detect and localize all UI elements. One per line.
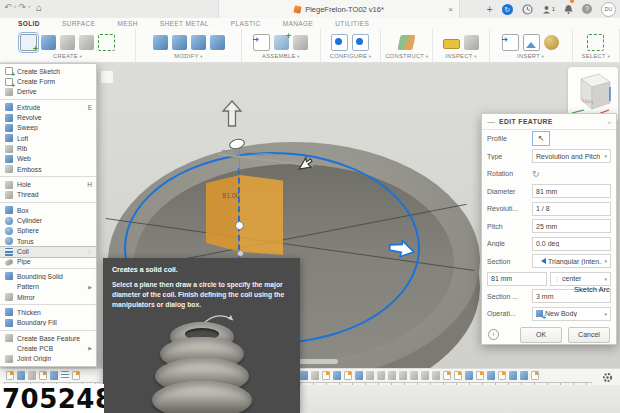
menu-item[interactable]: [0, 176, 96, 177]
timeline-feature-gray-icon[interactable]: [28, 371, 36, 380]
type-dropdown[interactable]: Revolution and Pitch: [532, 149, 611, 163]
help-icon[interactable]: ?: [582, 4, 592, 14]
cancel-button[interactable]: Cancel: [568, 327, 610, 343]
pitch-input[interactable]: 25 mm: [532, 219, 611, 233]
workspace-tab[interactable]: SHEET METAL: [160, 20, 209, 27]
menu-item-sphere[interactable]: Sphere: [0, 226, 96, 236]
combine-icon[interactable]: [210, 35, 225, 50]
menu-item-cylinder[interactable]: Cylinder: [0, 215, 96, 225]
workspace-tab[interactable]: UTILITIES: [335, 20, 369, 27]
timeline-feature-sketch-icon[interactable]: [476, 371, 484, 380]
extent-arrow-manipulator[interactable]: [222, 100, 242, 127]
timeline-feature-solid-icon[interactable]: [17, 371, 25, 380]
ribbon-group-label[interactable]: INSERT: [517, 53, 544, 59]
menu-item-create-sketch[interactable]: Create Sketch: [0, 66, 96, 76]
dialog-more-icon[interactable]: »: [608, 119, 611, 125]
timeline-feature-solid-icon[interactable]: [50, 371, 58, 380]
workspace-tab[interactable]: PLASTIC: [231, 20, 261, 27]
timeline-feature-gray-icon[interactable]: [366, 371, 374, 380]
notifications-bell[interactable]: [564, 0, 573, 18]
menu-item-sweep[interactable]: Sweep: [0, 123, 96, 133]
rigid-group-icon[interactable]: [293, 35, 308, 50]
menu-item[interactable]: [0, 99, 96, 100]
ribbon-group-label[interactable]: CONFIGURE: [330, 53, 372, 59]
info-icon[interactable]: i: [488, 329, 499, 340]
ribbon-group-label[interactable]: CREATE: [53, 53, 82, 59]
section-position-dropdown[interactable]: ⋮center: [550, 272, 611, 286]
sync-status-icon[interactable]: ↻: [502, 4, 513, 15]
revolutions-input[interactable]: 1 / 8: [532, 202, 611, 216]
ribbon-group-label[interactable]: ASSEMBLE: [262, 53, 300, 59]
timeline-feature-coil-icon[interactable]: [61, 371, 69, 380]
construction-geometry-icon[interactable]: [98, 34, 115, 51]
document-tab[interactable]: PiegeFrelon-TO02 v16* ×: [218, 0, 460, 18]
timeline-feature-sketch-icon[interactable]: [454, 371, 462, 380]
timeline-feature-sketch-icon[interactable]: [344, 371, 352, 380]
menu-item-create-base-feature[interactable]: Create Base Feature: [0, 333, 96, 343]
timeline-feature-sketch-icon[interactable]: [6, 371, 14, 380]
timeline-feature-solid-icon[interactable]: [333, 371, 341, 380]
menu-item[interactable]: [0, 330, 96, 331]
browser-toggle[interactable]: [100, 70, 114, 84]
job-status-icon[interactable]: [522, 4, 533, 15]
menu-item-hole[interactable]: Hole H: [0, 179, 96, 189]
menu-item-rib[interactable]: Rib: [0, 143, 96, 153]
ribbon-group-label[interactable]: SELECT: [582, 53, 610, 59]
menu-item-extrude[interactable]: Extrude E: [0, 102, 96, 112]
collapse-icon[interactable]: —: [487, 117, 495, 126]
timeline-feature-solid-icon[interactable]: [465, 371, 473, 380]
close-tab-icon[interactable]: ×: [448, 5, 453, 14]
timeline-feature-sketch-icon[interactable]: [531, 371, 539, 380]
timeline-feature-solid-icon[interactable]: [300, 371, 308, 380]
workspace-tab[interactable]: SOLID: [18, 20, 40, 27]
menu-item-create-form[interactable]: Create Form: [0, 76, 96, 86]
redo-dropdown-icon[interactable]: ˅: [28, 4, 31, 10]
avatar[interactable]: DU: [601, 2, 616, 17]
timeline-feature-sketch-icon[interactable]: [498, 371, 506, 380]
timeline-feature-gray-icon[interactable]: [410, 371, 418, 380]
section-type-dropdown[interactable]: Triangular (Inten...: [532, 254, 611, 268]
ribbon-group-label[interactable]: MODIFY: [174, 53, 202, 59]
menu-item-loft[interactable]: Loft: [0, 133, 96, 143]
menu-item-thread[interactable]: Thread: [0, 190, 96, 200]
primitive-box-icon[interactable]: [79, 35, 94, 50]
timeline-feature-solid-icon[interactable]: [509, 371, 517, 380]
ribbon-group-label[interactable]: CONSTRUCT: [385, 53, 428, 59]
insert-mesh-icon[interactable]: [502, 34, 519, 51]
fillet-icon[interactable]: [172, 35, 187, 50]
menu-item-web[interactable]: Web: [0, 154, 96, 164]
pin-handle-icon[interactable]: ⋮: [86, 248, 92, 255]
measure-icon[interactable]: [443, 39, 460, 49]
construction-plane-icon[interactable]: [398, 35, 416, 50]
timeline-feature-solid-icon[interactable]: [355, 371, 363, 380]
center-point-handle[interactable]: [235, 221, 244, 230]
insert-configuration-icon[interactable]: [352, 34, 369, 51]
timeline-feature-sketch-icon[interactable]: [39, 371, 47, 380]
diameter-input[interactable]: 81 mm: [532, 184, 611, 198]
timeline-settings-gear-icon[interactable]: [602, 372, 613, 383]
menu-item-thicken[interactable]: Thicken: [0, 307, 96, 317]
menu-item-bounding-solid[interactable]: Bounding Solid: [0, 271, 96, 281]
timeline-feature-solid-icon[interactable]: [487, 371, 495, 380]
shell-icon[interactable]: [191, 35, 206, 50]
timeline-feature-sketch-icon[interactable]: [322, 371, 330, 380]
workspace-tab[interactable]: MESH: [117, 20, 137, 27]
timeline-feature-solid-icon[interactable]: [520, 371, 528, 380]
menu-item-coil[interactable]: Coil ⋮: [0, 247, 96, 257]
menu-item-pattern[interactable]: Pattern ▶: [0, 282, 96, 292]
dimension-overlay-input[interactable]: 81 mm: [487, 272, 547, 286]
timeline-feature-gray-icon[interactable]: [432, 371, 440, 380]
timeline-feature-sketch-icon[interactable]: [443, 371, 451, 380]
timeline-scroll-pill[interactable]: [298, 359, 338, 364]
menu-item-boundary-fill[interactable]: Boundary Fill: [0, 318, 96, 328]
menu-item[interactable]: [0, 304, 96, 305]
timeline-feature-gray-icon[interactable]: [388, 371, 396, 380]
new-tab-icon[interactable]: +: [487, 4, 493, 15]
select-window-icon[interactable]: [587, 34, 604, 51]
canvas-icon[interactable]: [523, 34, 540, 51]
ribbon-group-label[interactable]: INSPECT: [445, 53, 476, 59]
menu-item-joint-origin[interactable]: Joint Origin: [0, 354, 96, 364]
dialog-header[interactable]: — EDIT FEATURE »: [482, 114, 616, 130]
timeline-feature-gray-icon[interactable]: [421, 371, 429, 380]
menu-item-mirror[interactable]: Mirror: [0, 292, 96, 302]
